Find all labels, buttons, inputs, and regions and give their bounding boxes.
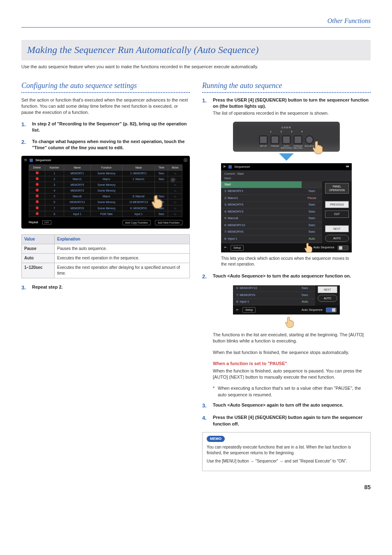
auto-sequence-label: Auto Sequence <box>314 245 334 250</box>
table-row: 1MEMORY1Scene Memory1: MEMORY15sec <box>29 170 182 176</box>
col-header: Move <box>168 164 182 170</box>
delete-icon <box>36 183 39 186</box>
repeat-value: OFF <box>42 220 51 224</box>
cut-button: CUT <box>325 210 349 217</box>
run-title: Sequencer <box>234 164 250 169</box>
back-icon: ⇤ <box>236 308 239 312</box>
previous-button: PREVIOUS <box>325 201 349 208</box>
col-header: Explanation <box>55 234 190 244</box>
step-number: 2. <box>202 273 210 280</box>
current-status: Current : Start <box>224 172 348 176</box>
divider <box>202 92 371 93</box>
right-step1: Press the USER [4] (SEQUENCER) button to… <box>213 97 371 110</box>
table-row: 3MEMORY5Scene Memory <box>29 182 182 188</box>
left-step1: In step 2 of "Recording to the Sequencer… <box>32 121 190 134</box>
hand-cursor-icon <box>284 315 296 331</box>
play-icon: ▶ <box>224 164 226 169</box>
user-button-2 <box>270 135 279 144</box>
back-icon <box>24 157 27 163</box>
left-lead: Set the action or function that's execut… <box>21 97 190 116</box>
hw-number: 3 <box>291 130 292 133</box>
table-row: 1–120secExecutes the next operation afte… <box>22 263 190 278</box>
user-label: USER <box>239 126 334 129</box>
hand-cursor-icon <box>303 242 315 256</box>
table-row: 8Input 1PGM TakeInput 15sec <box>29 211 182 217</box>
sequencer-editor-screenshot: Sequencer × DeleteNumberNameFunctionValu… <box>21 156 190 229</box>
grid-icon <box>30 159 33 162</box>
memo-p1: You can repeatedly execute functions tha… <box>207 444 366 456</box>
hw-number: 1 <box>270 130 271 133</box>
panel-operation-label: PANEL OPERATION <box>325 183 349 194</box>
memo-tag: MEMO <box>207 436 225 442</box>
hw-number: 4 <box>301 130 302 133</box>
memo-p2: Use the [MENU] button"Sequencer"and set … <box>207 458 366 464</box>
delete-icon <box>36 177 39 180</box>
setup-button: Setup <box>242 307 256 313</box>
table-row: 4MEMORY3Scene Memory <box>29 188 182 194</box>
col-header: Function <box>91 164 122 170</box>
value-explanation-table: ValueExplanationPausePauses the auto seq… <box>21 234 190 278</box>
move-icon <box>174 207 177 210</box>
divider <box>21 92 190 93</box>
goto-start-icon: ⏮ <box>346 164 349 169</box>
table-row: PausePauses the auto sequence. <box>22 244 190 253</box>
list-item: 4: MEMORY35sec <box>221 208 322 215</box>
next-status: Next : <box>224 176 348 181</box>
list-item: 2: Macro1Pause <box>221 195 322 202</box>
next-button: NEXT <box>325 225 349 232</box>
page-number: 85 <box>21 483 371 492</box>
step-number: 2. <box>21 139 29 151</box>
pause-note: When executing a function that's set to … <box>218 385 371 398</box>
touch-indicator-icon <box>171 178 178 187</box>
user-button-3 <box>282 135 291 144</box>
list-item: 6: MEMORY135sec <box>233 285 315 292</box>
step-number: 4. <box>202 414 210 427</box>
down-arrow-icon <box>279 153 294 161</box>
hw-sublabel: SETUP <box>258 145 269 150</box>
run-caption: This lets you check which action occurs … <box>221 256 352 267</box>
right-step2: Touch <Auto Sequence> to turn the auto s… <box>213 273 371 279</box>
step-number: 3. <box>202 402 210 409</box>
asterisk-icon: * <box>213 385 216 398</box>
col-header: Value <box>22 234 55 244</box>
post-step2-a: The functions in the list are executed, … <box>213 332 371 345</box>
run-start-row: Start <box>221 181 302 188</box>
delete-icon <box>36 200 39 203</box>
pause-heading: When a function is set to "PAUSE" <box>213 361 371 367</box>
col-header: Value <box>122 164 154 170</box>
move-icon <box>174 195 177 198</box>
page-title: Making the Sequencer Run Automatically (… <box>21 40 371 60</box>
grid-icon <box>228 165 232 169</box>
post-step2-b: When the last function is finished, the … <box>213 349 371 356</box>
auto-sequence-label: Auto Sequence <box>302 308 323 312</box>
section-header: Other Functions <box>21 16 371 28</box>
delete-icon <box>36 206 39 209</box>
left-step2: To change what happens when moving to th… <box>32 139 190 151</box>
list-item: 1: MEMORY15sec <box>221 188 322 195</box>
hardware-panel-illustration: USER 1234 SETUPFREEZEAUTO SWITCHINGSTREA… <box>233 122 340 152</box>
back-icon: ⇤ <box>224 245 227 250</box>
delete-icon <box>36 189 39 192</box>
delete-icon <box>36 212 39 215</box>
right-step3: Touch <Auto Sequence> again to turn off … <box>213 402 371 408</box>
move-icon <box>174 172 177 175</box>
hw-number: 2 <box>281 130 282 133</box>
col-header: Delete <box>29 164 45 170</box>
step-number: 1. <box>21 121 29 134</box>
memo-box: MEMO You can repeatedly execute function… <box>202 432 371 471</box>
add-copy-function-button: Add Copy Function <box>122 220 151 225</box>
table-row: 2Macro1Macro1: Macro15sec <box>29 176 182 182</box>
sequencer-run-screenshot: ▶ Sequencer ⏮ Current : Start Next : Sta… <box>221 163 352 252</box>
col-header: Name <box>64 164 91 170</box>
move-icon <box>174 189 177 192</box>
hand-cursor-icon <box>150 194 165 211</box>
setup-button: Setup <box>231 245 244 251</box>
left-heading: Configuring the auto sequence settings <box>21 81 190 91</box>
mini-run-screenshot: 6: MEMORY135sec7: MEMORY65sec8: Input 1A… <box>233 285 340 314</box>
auto-sequence-toggle-off <box>338 245 348 250</box>
col-header: Time <box>155 164 168 170</box>
delete-icon <box>36 171 39 174</box>
col-header: Number <box>45 164 64 170</box>
auto-sequence-toggle-on <box>326 308 337 312</box>
right-heading: Running the auto sequence <box>202 81 371 91</box>
